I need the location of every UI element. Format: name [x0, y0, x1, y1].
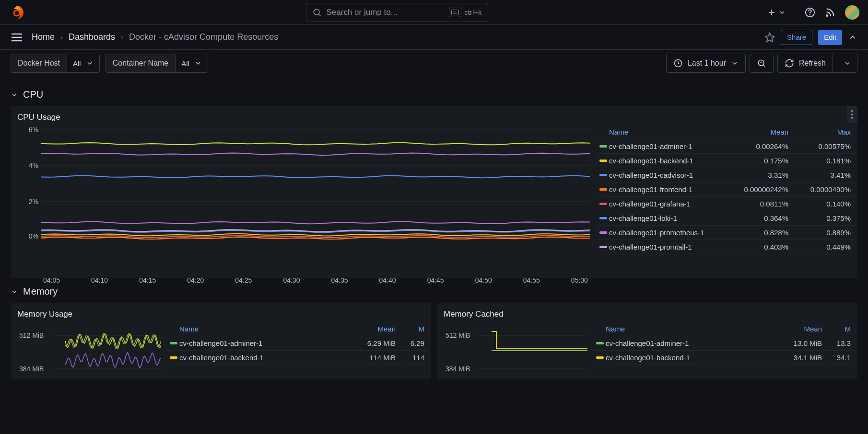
memory-usage-chart[interactable]: 512 MiB 384 MiB: [17, 322, 161, 378]
topbar: Search or jump to... ctrl+k: [0, 0, 868, 25]
time-range-picker[interactable]: Last 1 hour: [666, 54, 746, 73]
zoom-out-button[interactable]: [750, 54, 774, 73]
rss-button[interactable]: [825, 7, 835, 18]
chevron-down-icon: [11, 91, 18, 99]
svg-marker-17: [765, 33, 774, 41]
breadcrumb-dashboards[interactable]: Dashboards: [69, 32, 115, 42]
legend-series-name: cv-challenge01-adminer-1: [179, 339, 348, 347]
legend-series-name: cv-challenge01-adminer-1: [606, 339, 774, 347]
legend-header[interactable]: Name Mean M: [592, 322, 855, 336]
legend-header[interactable]: Name Mean Max: [596, 125, 855, 139]
refresh-button[interactable]: Refresh: [778, 54, 833, 72]
star-button[interactable]: [764, 32, 775, 43]
cpu-row-header[interactable]: CPU: [11, 89, 857, 100]
edit-button[interactable]: Edit: [818, 30, 842, 45]
legend-series-name: cv-challenge01-frontend-1: [609, 185, 726, 194]
legend-mean: 0.828%: [726, 228, 788, 237]
legend-row[interactable]: cv-challenge01-grafana-10.0811%0.140%: [596, 197, 855, 211]
legend-max: 3.41%: [788, 171, 851, 179]
keyboard-icon: [449, 8, 461, 17]
legend-row[interactable]: cv-challenge01-frontend-10.00000242%0.00…: [596, 183, 855, 197]
legend-max: 0.375%: [788, 214, 851, 222]
add-button[interactable]: [767, 8, 795, 17]
legend-series-name: cv-challenge01-grafana-1: [609, 200, 726, 208]
panel-title: Memory Usage: [17, 309, 428, 319]
menu-toggle-button[interactable]: [11, 32, 23, 43]
legend-header[interactable]: Name Mean M: [166, 322, 428, 336]
legend-mean: 0.00000242%: [726, 185, 788, 194]
share-button[interactable]: Share: [781, 30, 812, 45]
chevron-right-icon: ›: [121, 33, 123, 41]
legend-mean: 0.364%: [726, 214, 788, 222]
breadcrumb-current: Docker - cAdvisor Compute Resources: [129, 32, 278, 42]
legend-max: 13.3: [822, 339, 851, 347]
legend-row[interactable]: cv-challenge01-promtail-10.403%0.449%: [596, 240, 855, 254]
legend-max: 0.449%: [788, 243, 851, 251]
memory-cached-panel: Memory Cached 512 MiB 384 MiB Name Mean …: [437, 303, 857, 379]
refresh-icon: [785, 58, 794, 68]
chevron-down-icon: [86, 59, 94, 67]
chevron-right-icon: ›: [60, 33, 63, 41]
svg-point-13: [826, 15, 828, 16]
x-axis: 04:0504:1004:1504:2004:2504:3004:3504:40…: [41, 276, 590, 284]
clock-icon: [673, 58, 683, 68]
container-name-variable[interactable]: Container Name All: [106, 54, 208, 73]
legend-series-name: cv-challenge01-backend-1: [179, 354, 348, 362]
legend-series-name: cv-challenge01-loki-1: [609, 214, 726, 222]
chevron-down-icon: [731, 59, 739, 67]
svg-rect-3: [452, 10, 459, 15]
search-icon: [312, 8, 322, 17]
breadcrumb-home[interactable]: Home: [32, 32, 55, 42]
legend-row[interactable]: cv-challenge01-backend-134.1 MiB34.1: [592, 351, 855, 365]
user-avatar[interactable]: [845, 5, 859, 20]
global-search-input[interactable]: Search or jump to... ctrl+k: [306, 3, 488, 22]
dashboard-toolbar: Docker Host All Container Name All Last …: [0, 50, 868, 77]
legend-row[interactable]: cv-challenge01-adminer-10.00264%0.00575%: [596, 139, 855, 154]
breadcrumb-bar: Home › Dashboards › Docker - cAdvisor Co…: [0, 25, 868, 50]
chevron-down-icon: [11, 288, 18, 296]
panel-menu-button[interactable]: [847, 106, 857, 123]
legend-swatch: [599, 203, 607, 205]
legend-swatch: [170, 356, 177, 359]
chevron-down-icon: [844, 59, 851, 67]
legend-series-name: cv-challenge01-backend-1: [609, 157, 726, 165]
cpu-chart[interactable]: 6%4%2%0% 04:0504:1004:1504:2004:2504:300…: [17, 125, 596, 274]
legend-row[interactable]: cv-challenge01-cadvisor-13.31%3.41%: [596, 168, 855, 183]
legend-series-name: cv-challenge01-adminer-1: [609, 142, 726, 150]
legend-series-name: cv-challenge01-cadvisor-1: [609, 171, 726, 179]
legend-row[interactable]: cv-challenge01-adminer-16.29 MiB6.29: [166, 336, 428, 351]
zoom-out-icon: [757, 58, 766, 68]
legend-row[interactable]: cv-challenge01-prometheus-10.828%0.889%: [596, 226, 855, 240]
svg-point-22: [851, 110, 853, 112]
legend-max: 0.181%: [788, 157, 851, 165]
memory-row-header[interactable]: Memory: [11, 286, 857, 297]
refresh-button-group: Refresh: [777, 54, 857, 73]
legend-row[interactable]: cv-challenge01-adminer-113.0 MiB13.3: [592, 336, 855, 351]
legend-mean: 3.31%: [726, 171, 788, 179]
help-button[interactable]: [805, 7, 815, 18]
svg-point-1: [314, 9, 319, 15]
legend-mean: 0.00264%: [726, 142, 788, 150]
legend-row[interactable]: cv-challenge01-backend-1114 MiB114: [166, 351, 428, 365]
legend-mean: 0.0811%: [726, 200, 788, 208]
legend-mean: 6.29 MiB: [348, 339, 396, 347]
collapse-button[interactable]: [848, 33, 857, 42]
svg-point-23: [851, 114, 853, 115]
legend-mean: 13.0 MiB: [774, 339, 822, 347]
panel-title: Memory Cached: [444, 309, 855, 319]
legend-mean: 0.403%: [726, 243, 788, 251]
legend-row[interactable]: cv-challenge01-backend-10.175%0.181%: [596, 154, 855, 168]
refresh-interval-button[interactable]: [838, 59, 857, 67]
grafana-logo-icon[interactable]: [9, 4, 25, 21]
docker-host-variable[interactable]: Docker Host All: [11, 54, 100, 73]
legend-row[interactable]: cv-challenge01-loki-10.364%0.375%: [596, 211, 855, 226]
svg-point-24: [851, 117, 853, 119]
legend-mean: 34.1 MiB: [774, 354, 822, 362]
container-name-label: Container Name: [106, 54, 176, 72]
legend-swatch: [599, 231, 607, 234]
search-placeholder: Search or jump to...: [327, 8, 445, 17]
memory-usage-legend: Name Mean M cv-challenge01-adminer-16.29…: [166, 322, 428, 378]
keyboard-shortcut-badge: ctrl+k: [449, 8, 481, 17]
legend-max: 114: [396, 354, 424, 362]
memory-cached-chart[interactable]: 512 MiB 384 MiB: [444, 322, 587, 378]
